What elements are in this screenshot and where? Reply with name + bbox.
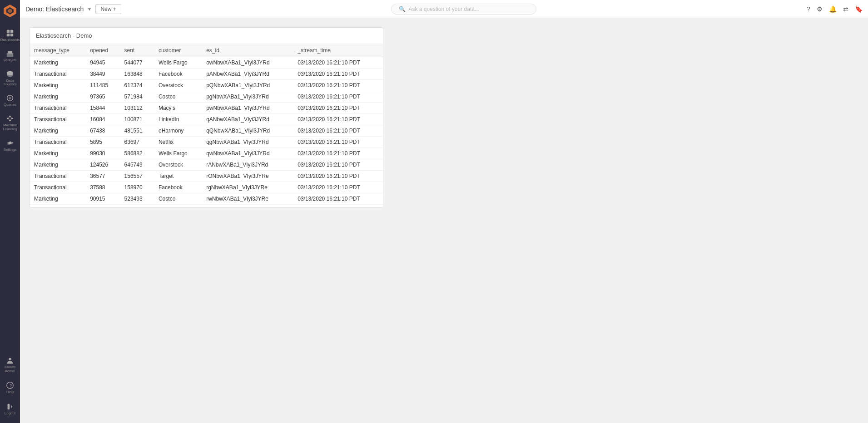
table-row: Transactional16575103695Macy'ssANbwXABa1…: [30, 205, 383, 208]
sidebar-item-queries[interactable]: Queries: [0, 90, 20, 111]
main-area: Demo: Elasticsearch ▾ New + 🔍 Ask a ques…: [20, 0, 868, 423]
topbar-icons: ? ⚙ 🔔 ⇄ 🔖: [807, 5, 863, 13]
table-cell-sent: 612374: [120, 80, 154, 91]
table-cell-customer: Netflix: [154, 137, 202, 148]
table-cell-message_type: Transactional: [30, 137, 85, 148]
table-cell-sent: 63697: [120, 137, 154, 148]
column-header-opened: opened: [85, 44, 119, 57]
table-cell-sent: 586882: [120, 148, 154, 159]
sidebar: Dashboards Widgets Data Sources Queries …: [0, 0, 20, 423]
table-cell-_stream_time: 03/13/2020 16:21:10 PDT: [293, 171, 383, 182]
table-cell-es_id: pwNbwXABa1_VIyi3JYRd: [202, 103, 293, 114]
table-cell-sent: 156557: [120, 171, 154, 182]
column-header-_stream_time: _stream_time: [293, 44, 383, 57]
search-box[interactable]: 🔍 Ask a question of your data...: [391, 4, 536, 15]
table-cell-es_id: rONbwXABa1_VIyi3JYRe: [202, 171, 293, 182]
table-cell-customer: Macy's: [154, 205, 202, 208]
search-area: 🔍 Ask a question of your data...: [126, 4, 802, 15]
table-cell-_stream_time: 03/13/2020 16:21:10 PDT: [293, 182, 383, 193]
table-cell-es_id: sANbwXABa1_VIyi3JYRe: [202, 205, 293, 208]
new-button[interactable]: New +: [95, 4, 121, 14]
bookmark-icon[interactable]: 🔖: [855, 5, 863, 13]
table-cell-sent: 544077: [120, 57, 154, 69]
table-cell-sent: 523493: [120, 193, 154, 205]
table-cell-opened: 90915: [85, 193, 119, 205]
sidebar-dashboards-label: Dashboards: [0, 38, 20, 42]
table-cell-sent: 100871: [120, 114, 154, 125]
table-cell-es_id: qQNbwXABa1_VIyi3JYRd: [202, 125, 293, 137]
table-cell-customer: Facebook: [154, 182, 202, 193]
notifications-icon[interactable]: 🔔: [829, 5, 837, 13]
share-icon[interactable]: ⇄: [843, 5, 848, 13]
table-cell-customer: LinkedIn: [154, 114, 202, 125]
table-row: Marketing99030586882Wells FargoqwNbwXABa…: [30, 148, 383, 159]
table-cell-customer: Costco: [154, 91, 202, 103]
table-cell-customer: Wells Fargo: [154, 148, 202, 159]
table-row: Marketing90915523493CostcorwNbwXABa1_VIy…: [30, 193, 383, 205]
table-cell-es_id: qgNbwXABa1_VIyi3JYRd: [202, 137, 293, 148]
table-cell-sent: 645749: [120, 159, 154, 171]
table-row: Transactional16084100871LinkedInqANbwXAB…: [30, 114, 383, 125]
table-row: Marketing67438481551eHarmonyqQNbwXABa1_V…: [30, 125, 383, 137]
table-cell-_stream_time: 03/13/2020 16:21:10 PDT: [293, 148, 383, 159]
table-cell-es_id: qwNbwXABa1_VIyi3JYRd: [202, 148, 293, 159]
sidebar-knowsadmin-label: Knows Admin: [0, 365, 20, 374]
data-table: message_typeopenedsentcustomeres_id_stre…: [30, 44, 383, 207]
table-cell-opened: 67438: [85, 125, 119, 137]
table-cell-message_type: Transactional: [30, 103, 85, 114]
sidebar-item-dashboards[interactable]: Dashboards: [0, 25, 20, 46]
table-cell-opened: 94945: [85, 57, 119, 69]
table-wrapper[interactable]: message_typeopenedsentcustomeres_id_stre…: [30, 44, 383, 207]
table-row: Transactional589563697NetflixqgNbwXABa1_…: [30, 137, 383, 148]
table-cell-opened: 16084: [85, 114, 119, 125]
column-header-customer: customer: [154, 44, 202, 57]
table-cell-customer: Costco: [154, 193, 202, 205]
svg-rect-4: [10, 30, 13, 33]
svg-point-19: [9, 358, 11, 360]
help-icon[interactable]: ?: [807, 5, 810, 13]
table-cell-sent: 481551: [120, 125, 154, 137]
table-cell-opened: 15844: [85, 103, 119, 114]
sidebar-queries-label: Queries: [4, 103, 16, 107]
settings-icon[interactable]: ⚙: [817, 5, 823, 13]
table-cell-_stream_time: 03/13/2020 16:21:10 PDT: [293, 125, 383, 137]
sidebar-item-widgets[interactable]: Widgets: [0, 46, 20, 66]
table-cell-es_id: pQNbwXABa1_VIyi3JYRd: [202, 80, 293, 91]
topbar: Demo: Elasticsearch ▾ New + 🔍 Ask a ques…: [20, 0, 868, 18]
page-title: Demo: Elasticsearch: [25, 5, 84, 13]
table-cell-sent: 103112: [120, 103, 154, 114]
table-header-row: message_typeopenedsentcustomeres_id_stre…: [30, 44, 383, 57]
sidebar-item-knowsadmin[interactable]: Knows Admin: [0, 353, 20, 377]
table-cell-message_type: Marketing: [30, 91, 85, 103]
sidebar-logout-label: Logout: [5, 412, 15, 416]
table-cell-opened: 38449: [85, 69, 119, 80]
table-cell-_stream_time: 03/13/2020 16:21:10 PDT: [293, 205, 383, 208]
table-cell-message_type: Marketing: [30, 80, 85, 91]
table-cell-message_type: Transactional: [30, 205, 85, 208]
sidebar-item-settings[interactable]: Settings: [0, 135, 20, 156]
content-area: Elasticsearch - Demo message_typeopeneds…: [20, 18, 868, 423]
data-panel: Elasticsearch - Demo message_typeopeneds…: [29, 27, 383, 208]
sidebar-item-logout[interactable]: Logout: [0, 399, 20, 419]
table-cell-message_type: Marketing: [30, 159, 85, 171]
svg-rect-6: [10, 34, 13, 36]
table-cell-es_id: owNbwXABa1_VIyi3JYRd: [202, 57, 293, 69]
table-cell-customer: Target: [154, 171, 202, 182]
table-cell-message_type: Transactional: [30, 182, 85, 193]
svg-rect-5: [7, 34, 10, 36]
table-cell-customer: Overstock: [154, 159, 202, 171]
sidebar-bottom: Knows Admin ? Help Logout: [0, 353, 20, 419]
sidebar-item-datasources[interactable]: Data Sources: [0, 66, 20, 91]
table-row: Transactional37588158970FacebookrgNbwXAB…: [30, 182, 383, 193]
sidebar-item-ml[interactable]: Machine Learning: [0, 111, 20, 135]
sidebar-datasources-label: Data Sources: [0, 79, 20, 87]
table-cell-_stream_time: 03/13/2020 16:21:10 PDT: [293, 137, 383, 148]
chevron-down-icon: ▾: [88, 6, 91, 12]
table-cell-opened: 111485: [85, 80, 119, 91]
search-icon: 🔍: [399, 6, 406, 12]
app-logo[interactable]: [3, 4, 17, 18]
sidebar-settings-label: Settings: [4, 148, 17, 152]
table-cell-customer: Overstock: [154, 80, 202, 91]
sidebar-ml-label: Machine Learning: [0, 123, 20, 132]
sidebar-item-help[interactable]: ? Help: [0, 378, 20, 398]
